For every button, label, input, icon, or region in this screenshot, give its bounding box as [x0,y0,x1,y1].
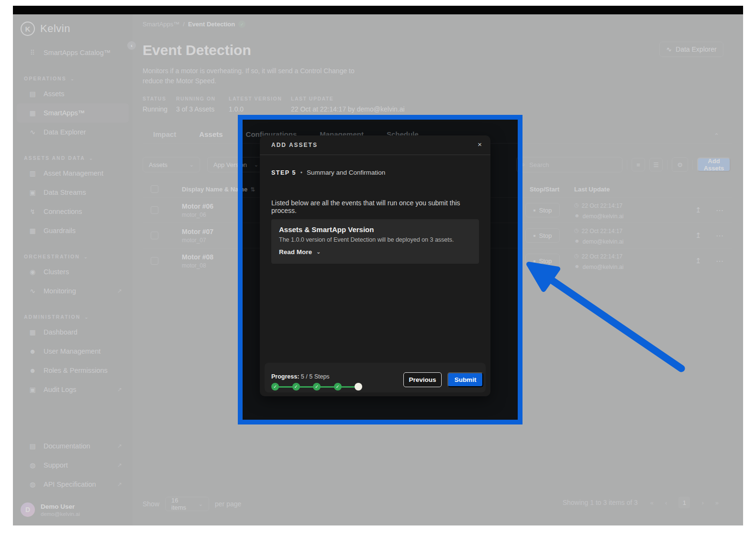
annotated-screenshot: K Kelvin ⠿SmartApps Catalog™OPERATIONS⌄▤… [0,0,756,536]
dim-overlay-top [13,14,743,115]
highlight-frame [238,115,523,424]
dim-overlay-bottom [13,424,743,525]
dim-overlay-left [13,115,238,424]
dim-overlay-right [523,115,743,424]
